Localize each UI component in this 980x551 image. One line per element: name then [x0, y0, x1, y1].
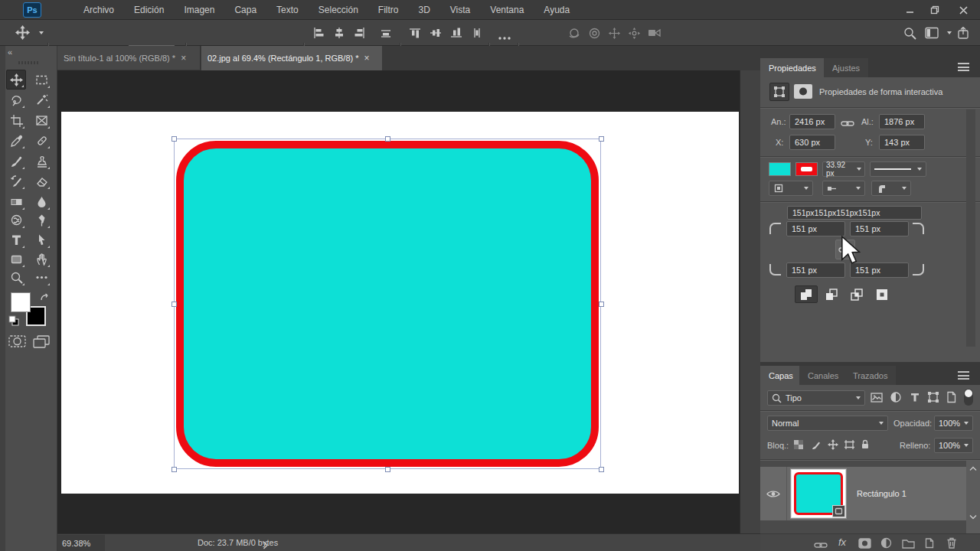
- filter-toggle-switch[interactable]: [964, 389, 973, 406]
- workspace-chevron-icon[interactable]: [947, 31, 952, 34]
- transform-handle-top-center[interactable]: [385, 136, 390, 142]
- share-icon[interactable]: [957, 26, 969, 43]
- 3d-orbit-icon[interactable]: [568, 27, 581, 43]
- menu-ayuda[interactable]: Ayuda: [534, 5, 580, 15]
- align-top-edges-icon[interactable]: [409, 27, 421, 42]
- radius-summary-field[interactable]: 151px151px151px151px: [787, 206, 922, 220]
- filter-smart-objects-icon[interactable]: [946, 391, 957, 406]
- layer-thumbnail[interactable]: [791, 469, 846, 518]
- move-tool[interactable]: [6, 70, 26, 90]
- 3d-pan-icon[interactable]: [608, 27, 621, 43]
- layer-row-selected[interactable]: Rectángulo 1: [760, 467, 966, 520]
- layer-visibility-eye-icon[interactable]: [766, 489, 780, 499]
- menu-3d[interactable]: 3D: [408, 5, 439, 15]
- layer-name[interactable]: Rectángulo 1: [857, 489, 906, 498]
- align-right-edges-icon[interactable]: [354, 27, 366, 42]
- eraser-tool[interactable]: [31, 171, 51, 191]
- brush-tool[interactable]: [6, 151, 26, 171]
- more-align-options-icon[interactable]: [498, 31, 511, 44]
- 3d-camera-icon[interactable]: [648, 28, 662, 41]
- distribute-horizontal-icon[interactable]: [380, 27, 392, 42]
- quick-mask-button[interactable]: [8, 335, 26, 350]
- path-selection-tool[interactable]: [31, 230, 51, 249]
- pen-tool[interactable]: [31, 210, 51, 230]
- menu-imagen[interactable]: Imagen: [174, 5, 224, 15]
- lock-artboard-icon[interactable]: [844, 439, 855, 453]
- crop-tool[interactable]: [6, 110, 26, 130]
- document-tab-active[interactable]: 02.jpg al 69.4% (Rectángulo 1, RGB/8) * …: [201, 46, 382, 70]
- stroke-color-swatch[interactable]: [795, 162, 818, 176]
- close-button[interactable]: [949, 0, 977, 20]
- blur-tool[interactable]: [31, 191, 51, 211]
- stroke-corners-dropdown[interactable]: [871, 181, 911, 196]
- add-layer-mask-icon[interactable]: [858, 538, 871, 551]
- transform-handle-bottom-right[interactable]: [599, 467, 604, 472]
- align-left-edges-icon[interactable]: [312, 27, 325, 42]
- tab-trazados[interactable]: Trazados: [844, 366, 896, 385]
- restore-button[interactable]: [922, 0, 948, 20]
- scroll-down-icon[interactable]: [969, 514, 977, 520]
- stroke-align-dropdown[interactable]: [769, 181, 813, 196]
- menu-edicion[interactable]: Edición: [124, 5, 174, 15]
- pathfinder-subtract-button[interactable]: [820, 285, 843, 303]
- search-icon[interactable]: [903, 27, 916, 43]
- filter-shape-layers-icon[interactable]: [927, 391, 939, 406]
- menu-seleccion[interactable]: Selección: [309, 5, 368, 15]
- link-dimensions-icon[interactable]: [841, 117, 854, 131]
- filter-type-layers-icon[interactable]: [909, 391, 921, 406]
- properties-scrollbar[interactable]: [966, 109, 975, 347]
- properties-panel-menu-icon[interactable]: [958, 63, 969, 71]
- stroke-type-dropdown[interactable]: [870, 161, 926, 177]
- collapse-tools-button[interactable]: «: [8, 47, 12, 57]
- stroke-width-dropdown[interactable]: 33.92 px: [822, 161, 865, 177]
- fill-dropdown[interactable]: 100%: [934, 438, 973, 453]
- transform-handle-middle-right[interactable]: [599, 302, 604, 307]
- transform-handle-bottom-center[interactable]: [385, 467, 390, 472]
- height-field[interactable]: 1876 px: [879, 114, 925, 129]
- lasso-tool[interactable]: [6, 90, 26, 109]
- radius-top-right-field[interactable]: 151 px: [850, 221, 909, 236]
- mask-properties-button[interactable]: [794, 84, 812, 99]
- filter-adjustment-layers-icon[interactable]: [890, 391, 902, 406]
- document-tab-inactive[interactable]: Sin título-1 al 100% (RGB/8) * ×: [57, 46, 201, 70]
- zoom-tool[interactable]: [6, 267, 26, 287]
- edit-toolbar-icon[interactable]: [31, 267, 51, 287]
- canvas-scrollbar[interactable]: [740, 70, 760, 533]
- stroke-caps-dropdown[interactable]: [822, 181, 865, 196]
- gradient-tool[interactable]: [6, 191, 26, 211]
- opacity-dropdown[interactable]: 100%: [934, 416, 973, 431]
- hand-tool[interactable]: [31, 249, 51, 269]
- swap-colors-icon[interactable]: [40, 292, 51, 306]
- y-field[interactable]: 143 px: [879, 135, 925, 150]
- pathfinder-exclude-button[interactable]: [871, 285, 893, 303]
- link-layers-icon[interactable]: [814, 539, 828, 551]
- 3d-roll-icon[interactable]: [588, 27, 601, 43]
- x-field[interactable]: 630 px: [789, 135, 835, 150]
- clone-stamp-tool[interactable]: [31, 151, 51, 171]
- radius-bottom-left-field[interactable]: 151 px: [786, 262, 845, 278]
- lock-position-icon[interactable]: [828, 439, 838, 453]
- pathfinder-combine-button[interactable]: [795, 285, 818, 303]
- transform-handle-top-right[interactable]: [599, 136, 604, 142]
- distribute-vertical-icon[interactable]: [471, 27, 483, 42]
- tools-grip[interactable]: [18, 61, 40, 64]
- history-brush-tool[interactable]: [6, 171, 26, 191]
- layer-filter-dropdown[interactable]: Tipo: [767, 390, 865, 406]
- align-vertical-centers-icon[interactable]: [430, 27, 442, 42]
- new-layer-icon[interactable]: [924, 537, 935, 551]
- 3d-slide-icon[interactable]: [628, 27, 641, 43]
- shape-properties-button[interactable]: [769, 83, 789, 101]
- screen-mode-button[interactable]: [33, 335, 50, 351]
- new-group-icon[interactable]: [902, 538, 915, 551]
- default-colors-icon[interactable]: [8, 315, 19, 329]
- radius-top-left-field[interactable]: 151 px: [786, 221, 845, 236]
- tool-preset-chevron-icon[interactable]: [39, 31, 44, 34]
- dodge-tool[interactable]: [6, 210, 26, 230]
- workspace-switcher-icon[interactable]: [925, 27, 939, 42]
- tab-propiedades[interactable]: Propiedades: [760, 58, 825, 77]
- tab-canales[interactable]: Canales: [799, 366, 847, 385]
- menu-ventana[interactable]: Ventana: [480, 5, 534, 15]
- eyedropper-tool[interactable]: [6, 130, 26, 150]
- transform-handle-bottom-left[interactable]: [172, 467, 177, 472]
- filter-pixel-layers-icon[interactable]: [871, 392, 883, 406]
